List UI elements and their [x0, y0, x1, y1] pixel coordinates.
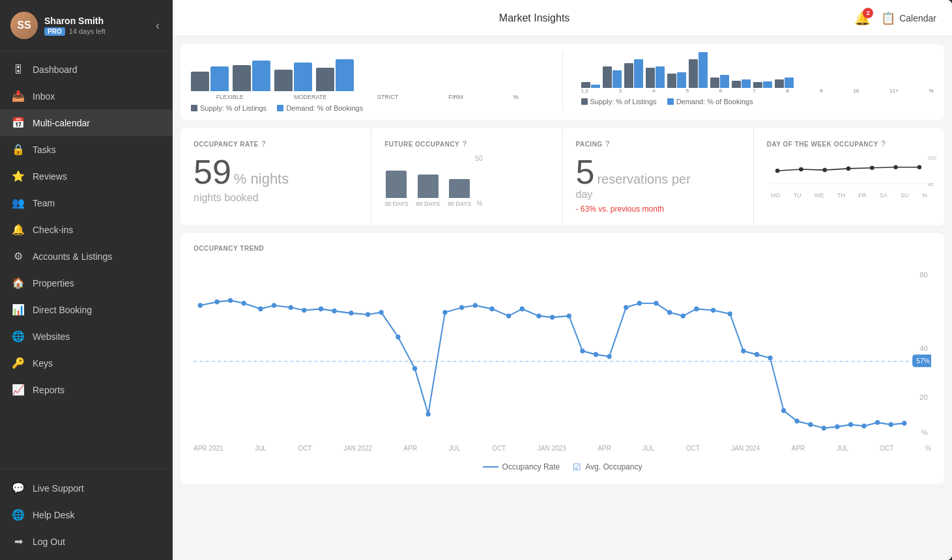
svg-point-26 [366, 312, 370, 317]
svg-point-61 [875, 420, 880, 425]
footer-icon-log-out: ➡ [12, 535, 25, 548]
sidebar-item-properties[interactable]: 🏠 Properties [0, 270, 173, 296]
focc-bar-label-1: 60 DAYS [416, 201, 440, 207]
sidebar-item-team[interactable]: 👥 Team [0, 189, 173, 216]
mn-supply-bar-4 [667, 74, 676, 88]
nav-icon-direct-booking: 📊 [12, 303, 25, 316]
footer-item-help-desk[interactable]: 🌐 Help Desk [0, 501, 173, 528]
svg-point-25 [349, 311, 353, 316]
dow-y-bottom: 45 [928, 182, 936, 188]
svg-point-30 [426, 412, 431, 417]
occ-rate-suffix: % nights [234, 170, 289, 189]
svg-point-31 [442, 310, 447, 315]
canc-bar-group-3 [316, 59, 354, 92]
svg-point-19 [258, 307, 263, 312]
footer-icon-live-support: 💬 [12, 482, 25, 494]
nav-icon-inbox: 📥 [12, 90, 25, 102]
svg-point-36 [520, 307, 525, 312]
user-name: Sharon Smith [44, 16, 106, 26]
svg-point-39 [567, 313, 571, 318]
sidebar-item-multi-calendar[interactable]: 📅 Multi-calendar [0, 109, 173, 136]
collapse-button[interactable]: ‹ [153, 16, 162, 35]
sidebar-item-inbox[interactable]: 📥 Inbox [0, 83, 173, 109]
svg-point-52 [755, 352, 759, 357]
mn-supply-bar-9 [775, 79, 784, 88]
mn-supply-bar-0 [581, 82, 590, 88]
svg-point-43 [624, 305, 628, 310]
sidebar-item-accounts-listings[interactable]: ⚙ Accounts & Listings [0, 243, 173, 270]
nav-icon-accounts-listings: ⚙ [12, 250, 25, 262]
svg-text:20: 20 [919, 393, 928, 401]
future-occ-bars: 30 DAYS 60 DAYS 90 DAYS [384, 155, 471, 207]
nav-label-direct-booking: Direct Booking [33, 305, 92, 315]
sidebar-item-reports[interactable]: 📈 Reports [0, 376, 173, 403]
days-left: 14 days left [69, 27, 106, 35]
footer-item-live-support[interactable]: 💬 Live Support [0, 475, 173, 501]
occ-rate-help-icon[interactable]: ? [261, 139, 267, 148]
footer-label-help-desk: Help Desk [33, 510, 75, 520]
svg-point-4 [846, 167, 850, 171]
nav-label-check-ins: Check-ins [33, 225, 73, 235]
pacing-label: PACING [576, 141, 603, 148]
dow-help-icon[interactable]: ? [881, 139, 886, 148]
occ-rate-label: OCCUPANCY RATE [194, 141, 259, 148]
dow-x-labels: MO TU WE TH FR SA SU % [767, 192, 931, 199]
occ-rate-sub: nights booked [194, 191, 358, 205]
dashboard-body: FLEXIBLE MODERATE STRICT FIRM % Supply: … [173, 36, 952, 560]
sidebar-footer: 💬 Live Support 🌐 Help Desk ➡ Log Out [0, 469, 173, 560]
cancellation-legend: Supply: % of Listings Demand: % of Booki… [191, 104, 544, 112]
sidebar-item-check-ins[interactable]: 🔔 Check-ins [0, 216, 173, 243]
canc-bar-group-2 [274, 63, 312, 91]
topbar: Market Insights 🔔 2 📋 Calendar [173, 0, 952, 36]
calendar-icon: 📋 [881, 11, 895, 25]
min-nights-chart: 1.2 3 4 5 6 7 8 9 10 11+ % Supply: % of … [581, 52, 934, 112]
focc-bar-fill-1 [418, 175, 439, 198]
svg-point-34 [489, 307, 494, 312]
svg-point-5 [870, 166, 874, 171]
sidebar-item-dashboard[interactable]: 🎛 Dashboard [0, 57, 173, 83]
nav-icon-properties: 🏠 [12, 277, 25, 289]
nav-icon-check-ins: 🔔 [12, 223, 25, 236]
mn-demand-bar-7 [742, 79, 751, 88]
supply-bar-2 [274, 70, 293, 91]
supply-bar-1 [233, 65, 251, 91]
dow-occupancy-card: DAY OF THE WEEK OCCUPANCY ? [754, 128, 944, 225]
sidebar-item-tasks[interactable]: 🔒 Tasks [0, 136, 173, 163]
dow-chart-area: MO TU WE TH FR SA SU % 100 45 [767, 155, 931, 199]
supply-legend: Supply: % of Listings [200, 104, 267, 112]
pacing-help-icon[interactable]: ? [605, 139, 611, 148]
svg-point-53 [768, 356, 772, 361]
calendar-label: Calendar [899, 13, 936, 23]
chart-divider [562, 52, 563, 112]
mn-demand-bar-2 [634, 59, 643, 88]
nav-icon-reviews: ⭐ [12, 170, 25, 182]
svg-point-44 [637, 301, 642, 306]
cancellation-bars [191, 52, 544, 91]
demand-bar-2 [294, 63, 312, 91]
svg-point-3 [822, 168, 827, 173]
trend-legend: Occupancy Rate ☑ Avg. Occupancy [194, 462, 931, 472]
sidebar-item-websites[interactable]: 🌐 Websites [0, 323, 173, 350]
footer-label-log-out: Log Out [33, 537, 65, 547]
svg-point-63 [902, 421, 906, 426]
nav-icon-multi-calendar: 📅 [12, 117, 25, 129]
trend-x-labels: APR 2021 JUL OCT JAN 2022 APR JUL OCT JA… [194, 445, 931, 452]
sidebar-item-reviews[interactable]: ⭐ Reviews [0, 163, 173, 189]
svg-point-6 [893, 165, 898, 169]
calendar-button[interactable]: 📋 Calendar [881, 11, 936, 25]
svg-text:40: 40 [919, 344, 928, 352]
sidebar-item-direct-booking[interactable]: 📊 Direct Booking [0, 296, 173, 323]
svg-point-16 [214, 300, 219, 305]
focc-bar-label-2: 90 DAYS [448, 201, 471, 207]
future-occ-help-icon[interactable]: ? [462, 139, 467, 148]
svg-point-56 [808, 422, 813, 427]
sidebar-item-keys[interactable]: 🔑 Keys [0, 350, 173, 376]
topbar-actions: 🔔 2 📋 Calendar [854, 10, 936, 26]
occ-rate-legend-label: Occupancy Rate [502, 462, 560, 471]
notifications-button[interactable]: 🔔 2 [854, 10, 871, 26]
dow-svg [767, 155, 931, 191]
dow-label: DAY OF THE WEEK OCCUPANCY [767, 141, 878, 148]
svg-point-23 [319, 307, 323, 312]
footer-item-log-out[interactable]: ➡ Log Out [0, 528, 173, 555]
focc-bar-0: 30 DAYS [384, 171, 408, 207]
